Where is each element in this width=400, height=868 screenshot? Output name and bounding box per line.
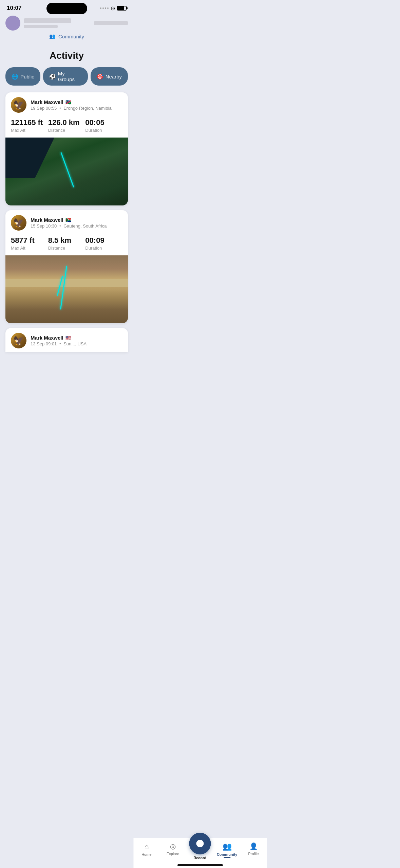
user-avatar — [11, 333, 26, 348]
flight-track — [60, 266, 67, 309]
header-right-bar — [94, 21, 128, 25]
signal-icon — [100, 7, 109, 9]
stat-value: 126.0 km — [48, 118, 85, 127]
user-meta: 19 Sep 08:55 • Erongo Region, Namibia — [31, 106, 122, 111]
filter-tabs: 🌐 Public ⚽ My Groups 🎯 Nearby — [5, 67, 128, 86]
stat-value: 00:05 — [85, 118, 122, 127]
card-header: Mark Maxwell 🇺🇸 13 Sep 09:01 • Sun..., U… — [5, 328, 128, 352]
status-icons: ⊜ — [100, 5, 127, 12]
activity-date: 13 Sep 09:01 — [31, 341, 57, 346]
community-label: 👥 Community — [0, 33, 133, 43]
avatar-image — [11, 215, 26, 231]
user-name: Mark Maxwell 🇺🇸 — [31, 335, 122, 341]
map-satellite — [5, 138, 128, 205]
stat-value: 5877 ft — [11, 236, 48, 245]
stat-maxalt: 5877 ft Max Alt — [11, 236, 48, 251]
stat-value: 121165 ft — [11, 118, 48, 127]
user-info: Mark Maxwell 🇺🇸 13 Sep 09:01 • Sun..., U… — [31, 335, 122, 346]
mygroups-icon: ⚽ — [49, 73, 56, 80]
tab-public-label: Public — [20, 74, 34, 79]
public-icon: 🌐 — [12, 73, 18, 80]
battery-icon — [117, 6, 127, 11]
stat-label: Max Alt — [11, 128, 48, 133]
header-sub-bar — [24, 25, 58, 28]
stat-distance: 8.5 km Distance — [48, 236, 85, 251]
flag-icon: 🇿🇦 — [65, 217, 71, 223]
tab-nearby[interactable]: 🎯 Nearby — [91, 67, 128, 86]
header — [0, 14, 133, 33]
stat-value: 00:09 — [85, 236, 122, 245]
card-header: Mark Maxwell 🇿🇦 15 Sep 10:30 • Gauteng, … — [5, 210, 128, 234]
wifi-icon: ⊜ — [111, 5, 115, 12]
tab-mygroups[interactable]: ⚽ My Groups — [43, 67, 88, 86]
map-thumbnail — [5, 138, 128, 205]
community-text: Community — [58, 34, 84, 39]
card-header: Mark Maxwell 🇳🇦 19 Sep 08:55 • Erongo Re… — [5, 92, 128, 116]
avatar-image — [11, 97, 26, 113]
tab-nearby-label: Nearby — [106, 74, 122, 79]
card-stats: 5877 ft Max Alt 8.5 km Distance 00:09 Du… — [5, 234, 128, 255]
header-name-bar — [24, 18, 71, 23]
activity-card[interactable]: Mark Maxwell 🇿🇦 15 Sep 10:30 • Gauteng, … — [5, 210, 128, 323]
tab-mygroups-label: My Groups — [58, 71, 82, 82]
tab-public[interactable]: 🌐 Public — [5, 67, 40, 86]
user-meta: 15 Sep 10:30 • Gauteng, South Africa — [31, 223, 122, 229]
stat-label: Distance — [48, 246, 85, 251]
flag-icon: 🇳🇦 — [65, 100, 71, 105]
stat-maxalt: 121165 ft Max Alt — [11, 118, 48, 133]
activity-section: Activity 🌐 Public ⚽ My Groups 🎯 Nearby — [0, 43, 133, 386]
header-text — [24, 18, 71, 28]
user-avatar — [11, 215, 26, 231]
notch — [46, 3, 87, 14]
activity-date: 19 Sep 08:55 — [31, 106, 57, 111]
activity-location: Sun..., USA — [63, 341, 87, 346]
activity-list: Mark Maxwell 🇳🇦 19 Sep 08:55 • Erongo Re… — [5, 92, 128, 386]
stat-duration: 00:09 Duration — [85, 236, 122, 251]
avatar-image — [11, 333, 26, 348]
card-stats: 121165 ft Max Alt 126.0 km Distance 00:0… — [5, 116, 128, 138]
nearby-icon: 🎯 — [97, 73, 103, 80]
stat-value: 8.5 km — [48, 236, 85, 245]
activity-location: Erongo Region, Namibia — [63, 106, 112, 111]
user-avatar — [11, 97, 26, 113]
activity-title: Activity — [5, 50, 128, 61]
activity-location: Gauteng, South Africa — [63, 223, 107, 229]
avatar — [5, 16, 20, 31]
user-info: Mark Maxwell 🇳🇦 19 Sep 08:55 • Erongo Re… — [31, 99, 122, 111]
activity-card[interactable]: Mark Maxwell 🇳🇦 19 Sep 08:55 • Erongo Re… — [5, 92, 128, 205]
community-icon: 👥 — [49, 33, 56, 39]
stat-duration: 00:05 Duration — [85, 118, 122, 133]
status-bar: 10:07 ⊜ — [0, 0, 133, 14]
flight-track — [60, 152, 74, 187]
activity-card-partial[interactable]: Mark Maxwell 🇺🇸 13 Sep 09:01 • Sun..., U… — [5, 328, 128, 352]
user-name: Mark Maxwell 🇿🇦 — [31, 217, 122, 223]
stat-label: Duration — [85, 246, 122, 251]
map-satellite — [5, 255, 128, 323]
activity-date: 15 Sep 10:30 — [31, 223, 57, 229]
stat-label: Max Alt — [11, 246, 48, 251]
stat-label: Duration — [85, 128, 122, 133]
status-time: 10:07 — [7, 5, 21, 12]
stat-label: Distance — [48, 128, 85, 133]
user-meta: 13 Sep 09:01 • Sun..., USA — [31, 341, 122, 346]
user-info: Mark Maxwell 🇿🇦 15 Sep 10:30 • Gauteng, … — [31, 217, 122, 229]
stat-distance: 126.0 km Distance — [48, 118, 85, 133]
map-thumbnail — [5, 255, 128, 323]
user-name: Mark Maxwell 🇳🇦 — [31, 99, 122, 105]
flag-icon: 🇺🇸 — [65, 335, 71, 341]
